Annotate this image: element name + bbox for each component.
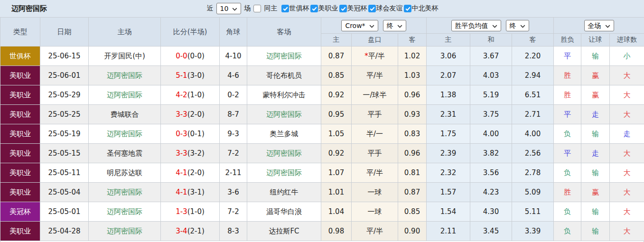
wdl-draw-cell: 4.00 bbox=[470, 124, 512, 144]
match-date-cell: 25-05-25 bbox=[40, 105, 89, 124]
home-team-cell[interactable]: 迈阿密国际 bbox=[89, 222, 161, 241]
wdl-mode-select[interactable]: 胜平负均值 bbox=[451, 20, 501, 31]
wdl-away-cell: 6.51 bbox=[512, 85, 554, 105]
wdl-draw-cell: 3.82 bbox=[470, 144, 512, 163]
away-odds-cell: 0.96 bbox=[398, 85, 427, 105]
league-checkbox[interactable] bbox=[339, 5, 347, 12]
match-type-cell: 美职业 bbox=[0, 66, 40, 85]
result-group-header: 全场 bbox=[554, 18, 644, 34]
league-checkbox[interactable] bbox=[310, 5, 318, 12]
wdl-home-cell: 1.57 bbox=[427, 183, 470, 202]
table-row: 美职业25-06-01迈阿密国际5-1(3-0)4-6哥伦布机员0.85平/半1… bbox=[0, 66, 644, 85]
handicap-text: 平手 bbox=[368, 149, 382, 158]
handicap-cell: 一球 bbox=[352, 202, 398, 222]
wdl-time-select[interactable]: 终 bbox=[506, 20, 529, 31]
away-team-cell[interactable]: 纽约红牛 bbox=[247, 183, 321, 202]
away-team-cell[interactable]: 蒙特利尔冲击 bbox=[247, 85, 321, 105]
home-team-cell[interactable]: 费城联合 bbox=[89, 105, 161, 124]
odds-source-value: Crow* bbox=[345, 21, 365, 30]
away-team-cell[interactable]: 达拉斯FC bbox=[247, 222, 321, 241]
home-team-cell[interactable]: 圣何塞地震 bbox=[89, 144, 161, 163]
league-checkbox[interactable] bbox=[404, 5, 411, 12]
league-checkbox[interactable] bbox=[281, 5, 289, 12]
match-date-cell: 25-05-04 bbox=[40, 183, 89, 202]
away-team-cell[interactable]: 迈阿密国际 bbox=[247, 105, 321, 124]
away-team-cell[interactable]: 迈阿密国际 bbox=[247, 144, 321, 163]
result-cell: 负 bbox=[554, 202, 581, 222]
wdl-home-cell: 2.07 bbox=[427, 66, 470, 85]
goals-result-cell: 大 bbox=[610, 202, 644, 222]
table-row: 美职业25-05-29迈阿密国际4-2(1-0)0-2蒙特利尔冲击0.92一/球… bbox=[0, 85, 644, 105]
subcol-wdl-away: 客 bbox=[512, 34, 554, 47]
match-table: 类型 日期 主场 比分(半场) 角球 客场 Crow* 终 bbox=[0, 17, 644, 241]
away-team-cell[interactable]: 奥兰多城 bbox=[247, 124, 321, 144]
away-team-cell[interactable]: 迈阿密国际 bbox=[247, 163, 321, 183]
home-team-cell[interactable]: 迈阿密国际 bbox=[89, 85, 161, 105]
recent-count-select[interactable]: 10 bbox=[216, 3, 242, 14]
handicap-text: 平/半 bbox=[368, 52, 385, 60]
halftime-score: (3-0) bbox=[187, 71, 205, 80]
corner-cell: 8-7 bbox=[220, 105, 247, 124]
handicap-result-cell: 输 bbox=[581, 222, 610, 241]
result-cell: 胜 bbox=[554, 66, 581, 85]
odds-group-header: Crow* 终 bbox=[321, 18, 427, 34]
goals-result-cell: 大 bbox=[610, 222, 644, 241]
corner-cell: 0-2 bbox=[220, 85, 247, 105]
home-odds-cell: 1.05 bbox=[321, 124, 352, 144]
col-header-type: 类型 bbox=[0, 18, 40, 47]
result-cell: 平 bbox=[554, 47, 581, 66]
chevron-down-icon bbox=[369, 21, 374, 30]
topbar: 迈阿密国际 近 10 场 同主 世俱杯美职业美冠杯球会友谊中北美杯 bbox=[0, 0, 644, 17]
col-header-home: 主场 bbox=[89, 18, 161, 47]
handicap-text: 平/半 bbox=[366, 227, 383, 235]
col-header-corner: 角球 bbox=[220, 18, 247, 47]
odds-time-select[interactable]: 终 bbox=[383, 20, 406, 31]
away-team-cell[interactable]: 哥伦布机员 bbox=[247, 66, 321, 85]
score-cell: 4-1(3-1) bbox=[161, 183, 220, 202]
home-team-cell[interactable]: 迈阿密国际 bbox=[89, 202, 161, 222]
score-cell: 4-2(1-0) bbox=[161, 85, 220, 105]
score-cell: 5-1(3-0) bbox=[161, 66, 220, 85]
match-date-cell: 25-05-01 bbox=[40, 202, 89, 222]
wdl-draw-cell: 4.03 bbox=[470, 66, 512, 85]
fulltime-score: 3-3 bbox=[176, 110, 187, 119]
away-odds-cell: 0.83 bbox=[398, 124, 427, 144]
home-team-cell[interactable]: 明尼苏达联 bbox=[89, 163, 161, 183]
home-odds-cell: 0.85 bbox=[321, 66, 352, 85]
same-home-label: 同主 bbox=[263, 4, 278, 13]
result-cell: 负 bbox=[554, 222, 581, 241]
handicap-cell: 平手 bbox=[352, 105, 398, 124]
wdl-away-cell: 4.00 bbox=[512, 124, 554, 144]
home-team-cell[interactable]: 迈阿密国际 bbox=[89, 183, 161, 202]
league-checkbox[interactable] bbox=[368, 5, 376, 12]
away-team-cell[interactable]: 迈阿密国际 bbox=[247, 47, 321, 66]
goals-result-cell: 大 bbox=[610, 105, 644, 124]
recent-count-value: 10 bbox=[220, 4, 229, 13]
away-odds-cell: 0.93 bbox=[398, 105, 427, 124]
col-header-date: 日期 bbox=[40, 18, 89, 47]
away-team-cell[interactable]: 温哥华白浪 bbox=[247, 202, 321, 222]
match-tbody: 世俱杯25-06-15开罗国民(中)0-0(0-0)4-10迈阿密国际0.87*… bbox=[0, 47, 644, 241]
scope-select[interactable]: 全场 bbox=[584, 20, 614, 31]
score-cell: 3-4(2-1) bbox=[161, 222, 220, 241]
goals-result-cell: 大 bbox=[610, 66, 644, 85]
wdl-draw-cell: 3.45 bbox=[470, 222, 512, 241]
wdl-time-value: 终 bbox=[510, 21, 516, 30]
home-team-cell[interactable]: 开罗国民(中) bbox=[89, 47, 161, 66]
match-type-cell: 美冠杯 bbox=[0, 202, 40, 222]
home-team-cell[interactable]: 迈阿密国际 bbox=[89, 124, 161, 144]
league-label: 世俱杯 bbox=[289, 4, 309, 13]
handicap-result-cell: 输 bbox=[581, 47, 610, 66]
same-home-checkbox[interactable] bbox=[253, 5, 261, 12]
odds-source-select[interactable]: Crow* bbox=[341, 20, 378, 31]
recent-label: 近 bbox=[206, 4, 215, 13]
match-type-cell: 美职业 bbox=[0, 105, 40, 124]
handicap-cell: 平/半 bbox=[352, 163, 398, 183]
subcol-home-odds: 主 bbox=[321, 34, 352, 47]
filter-controls: 近 10 场 同主 世俱杯美职业美冠杯球会友谊中北美杯 bbox=[206, 3, 439, 14]
handicap-result-cell: 赢 bbox=[581, 183, 610, 202]
wdl-draw-cell: 4.23 bbox=[470, 183, 512, 202]
away-odds-cell: 0.85 bbox=[398, 202, 427, 222]
home-team-cell[interactable]: 迈阿密国际 bbox=[89, 66, 161, 85]
handicap-cell: 半/一 bbox=[352, 124, 398, 144]
